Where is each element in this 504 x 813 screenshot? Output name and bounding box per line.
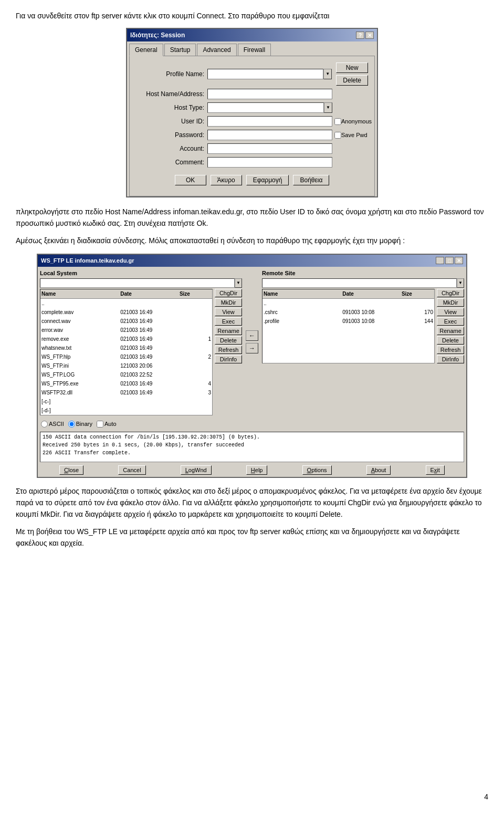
remote-file-row[interactable]: .. [262,299,434,308]
wsftp-minimize-btn[interactable]: _ [436,257,444,264]
local-delete-btn[interactable]: Delete [215,336,242,345]
local-file-row[interactable]: [-c-] [40,397,212,406]
transfer-right-btn[interactable]: → [246,343,258,353]
user-id-row: User ID: Anonymous [136,116,368,127]
user-id-input[interactable] [207,116,332,127]
host-type-label: Host Type: [136,103,204,112]
remote-rename-btn[interactable]: Rename [437,327,464,335]
binary-label[interactable]: Binary [68,420,92,429]
local-file-row[interactable]: whatsnew.txt021003 16:49 [40,343,212,352]
local-file-row[interactable]: WSFTP32.dll021003 16:493 [40,388,212,397]
remote-path-row: /export/home/username ▼ [262,278,464,288]
wsftp-window: WS_FTP LE infoman.teikav.edu.gr _ □ ✕ Lo… [37,254,467,478]
body-text-3: Στο αριστερό μέρος παρουσιάζεται ο τοπικ… [16,485,488,520]
remote-path-dropdown[interactable]: ▼ [457,278,464,288]
local-file-row[interactable]: remove.exe021003 16:491 [40,335,212,343]
remote-file-area: Name Date Size ...cshrc091003 10:08170.p… [262,289,464,363]
wsftp-title: WS_FTP LE infoman.teikav.edu.gr [41,256,134,265]
comment-input[interactable] [207,157,332,168]
save-pwd-checkbox[interactable] [334,132,341,139]
tab-startup[interactable]: Startup [164,44,196,56]
local-file-area: Name Date Size ..complete.wav021003 16:4… [40,289,242,415]
remote-chgdir-btn[interactable]: ChgDir [437,289,464,297]
remote-mkdir-btn[interactable]: MkDir [437,298,464,307]
new-button[interactable]: New [336,62,368,73]
ascii-radio[interactable] [41,421,48,428]
anonymous-checkbox[interactable] [334,118,341,125]
local-file-row[interactable]: error.wav021003 16:49 [40,326,212,335]
host-type-field[interactable]: UNIX (standard) ▼ [207,102,332,113]
titlebar-buttons: ? ✕ [356,32,374,39]
close-titlebar-btn[interactable]: ✕ [365,32,374,39]
local-path-input[interactable]: C:\Program Files\WS_FTP [40,278,235,288]
local-file-row[interactable]: WS_FTP.ini121003 20:06 [40,361,212,370]
remote-side-buttons: ChgDir MkDir View Exec Rename Delete Ref… [437,289,464,363]
local-path-dropdown[interactable]: ▼ [235,278,242,288]
local-dirinfo-btn[interactable]: DirInfo [215,355,242,363]
local-rename-btn[interactable]: Rename [215,327,242,335]
remote-view-btn[interactable]: View [437,308,464,316]
auto-checkbox[interactable] [97,421,103,428]
help-button[interactable]: Βοήθεια [293,175,329,185]
remote-file-row[interactable]: .cshrc091003 10:08170 [262,308,434,317]
host-type-input[interactable]: UNIX (standard) [207,102,324,113]
host-type-dropdown-arrow[interactable]: ▼ [324,102,332,113]
local-file-row[interactable]: complete.wav021003 16:49 [40,308,212,317]
local-refresh-btn[interactable]: Refresh [215,346,242,354]
auto-label[interactable]: Auto [97,420,117,429]
remote-exec-btn[interactable]: Exec [437,317,464,326]
local-file-header: Name Date Size [40,289,212,299]
auto-text: Auto [104,420,117,429]
local-file-row[interactable]: [-d-] [40,406,212,415]
options-btn[interactable]: Options [302,465,332,475]
cancel-btn[interactable]: Cancel [118,465,145,475]
close-btn[interactable]: Close [59,465,83,475]
help-titlebar-btn[interactable]: ? [356,32,364,39]
cancel-button[interactable]: Άκυρο [211,175,242,185]
local-exec-btn[interactable]: Exec [215,317,242,326]
profile-name-input[interactable] [207,69,323,79]
remote-col-size: Size [402,290,433,298]
ok-button[interactable]: OK [175,175,206,185]
remote-file-row[interactable]: .profile091003 10:08144 [262,317,434,326]
remote-file-header: Name Date Size [262,289,434,299]
local-file-list[interactable]: Name Date Size ..complete.wav021003 16:4… [40,289,213,415]
local-chgdir-btn[interactable]: ChgDir [215,289,242,297]
local-file-row[interactable]: WS_FTP.LOG021003 22:52 [40,370,212,379]
transfer-left-btn[interactable]: ← [246,330,258,341]
local-path-row: C:\Program Files\WS_FTP ▼ [40,278,242,288]
remote-file-list[interactable]: Name Date Size ...cshrc091003 10:08170.p… [262,289,435,363]
help-btn[interactable]: Help [246,465,268,475]
wsftp-close-btn[interactable]: ✕ [455,257,463,264]
profile-name-dropdown-arrow[interactable]: ▼ [323,69,332,79]
transfer-center: ← → [244,269,260,416]
local-file-row[interactable]: WS_FTP95.exe021003 16:494 [40,379,212,388]
binary-radio[interactable] [68,421,75,428]
exit-btn[interactable]: Exit [426,465,445,475]
tab-advanced[interactable]: Advanced [197,44,236,56]
tab-general[interactable]: General [129,44,163,56]
local-file-row[interactable]: connect.wav021003 16:49 [40,317,212,326]
account-row: Account: [136,143,368,154]
wsftp-maximize-btn[interactable]: □ [445,257,454,264]
host-name-input[interactable]: infoman.teikav.edu.gr [207,89,332,99]
local-file-row[interactable]: .. [40,299,212,308]
about-btn[interactable]: About [366,465,391,475]
profile-name-field[interactable]: ▼ [207,69,332,79]
password-input[interactable] [207,130,332,140]
remote-delete-btn[interactable]: Delete [437,336,464,345]
local-file-row[interactable]: WS_FTP.hlp021003 16:492 [40,352,212,361]
apply-button[interactable]: Εφαρμογή [246,175,289,185]
account-input[interactable] [207,143,332,154]
remote-dirinfo-btn[interactable]: DirInfo [437,355,464,363]
tab-firewall[interactable]: Firewall [238,44,271,56]
body-text-2: Αμέσως ξεκινάει η διαδικασία σύνδεσης. Μ… [16,235,488,246]
remote-path-input[interactable]: /export/home/username [262,278,457,288]
remote-refresh-btn[interactable]: Refresh [437,346,464,354]
ascii-text: ASCII [49,420,64,429]
delete-button[interactable]: Delete [336,75,368,86]
logwnd-btn[interactable]: LogWnd [181,465,212,475]
ascii-label[interactable]: ASCII [41,420,64,429]
local-view-btn[interactable]: View [215,308,242,316]
local-mkdir-btn[interactable]: MkDir [215,298,242,307]
